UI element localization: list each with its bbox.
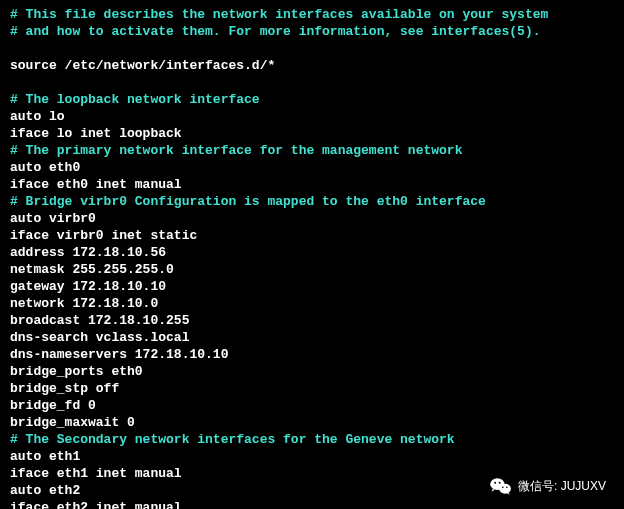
config-line-28: auto eth2 (10, 482, 80, 499)
svg-point-1 (499, 484, 511, 494)
terminal-content: # This file describes the network interf… (10, 6, 614, 509)
wechat-icon (490, 477, 512, 495)
config-line-3: source /etc/network/interfaces.d/* (10, 57, 275, 74)
config-line-9: auto eth0 (10, 159, 80, 176)
config-line-23: bridge_fd 0 (10, 397, 96, 414)
config-line-24: bridge_maxwait 0 (10, 414, 135, 431)
config-line-16: gateway 172.18.10.10 (10, 278, 166, 295)
config-line-2 (10, 40, 18, 57)
config-line-25: # The Secondary network interfaces for t… (10, 431, 455, 448)
svg-point-5 (506, 487, 508, 489)
config-line-13: iface virbr0 inet static (10, 227, 197, 244)
config-line-0: # This file describes the network interf… (10, 6, 548, 23)
config-line-14: address 172.18.10.56 (10, 244, 166, 261)
config-line-17: network 172.18.10.0 (10, 295, 158, 312)
svg-point-2 (494, 482, 496, 484)
config-line-19: dns-search vclass.local (10, 329, 189, 346)
svg-point-4 (502, 487, 504, 489)
config-line-15: netmask 255.255.255.0 (10, 261, 174, 278)
config-line-5: # The loopback network interface (10, 91, 260, 108)
config-line-12: auto virbr0 (10, 210, 96, 227)
config-line-6: auto lo (10, 108, 65, 125)
watermark-text: 微信号: JUJUXV (518, 478, 606, 495)
config-line-1: # and how to activate them. For more inf… (10, 23, 541, 40)
config-line-20: dns-nameservers 172.18.10.10 (10, 346, 228, 363)
config-line-18: broadcast 172.18.10.255 (10, 312, 189, 329)
config-line-4 (10, 74, 18, 91)
config-line-11: # Bridge virbr0 Configuration is mapped … (10, 193, 486, 210)
config-line-8: # The primary network interface for the … (10, 142, 462, 159)
watermark: 微信号: JUJUXV (490, 477, 606, 495)
config-line-27: iface eth1 inet manual (10, 465, 182, 482)
config-line-10: iface eth0 inet manual (10, 176, 182, 193)
svg-point-3 (499, 482, 501, 484)
config-line-21: bridge_ports eth0 (10, 363, 143, 380)
config-line-22: bridge_stp off (10, 380, 119, 397)
config-line-26: auto eth1 (10, 448, 80, 465)
config-line-29: iface eth2 inet manual (10, 499, 182, 509)
config-line-7: iface lo inet loopback (10, 125, 182, 142)
